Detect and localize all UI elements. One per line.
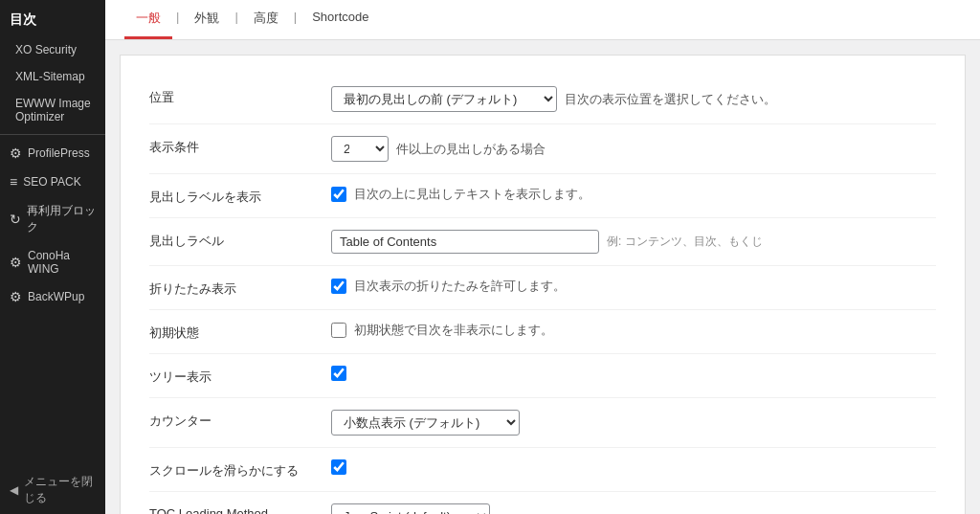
control-position: 最初の見出しの前 (デフォルト) 目次の表示位置を選択してください。: [331, 86, 936, 112]
sidebar-item-profilepress[interactable]: ⚙ ProfilePress: [0, 139, 105, 168]
sidebar-icon-profilepress: ⚙: [10, 145, 22, 161]
sidebar-item-backwpup[interactable]: ⚙ BackWPup: [0, 282, 105, 311]
helper-collapsible: 目次表示の折りたたみを許可します。: [354, 278, 566, 295]
tab-shortcode[interactable]: Shortcode: [301, 0, 380, 39]
sidebar-label-ewww: EWWW Image Optimizer: [15, 97, 96, 123]
sidebar-label-reuse-blocks: 再利用ブロック: [27, 203, 96, 235]
checkbox-collapsible[interactable]: [331, 279, 346, 294]
sidebar-item-reuse-blocks[interactable]: ↻ 再利用ブロック: [0, 196, 105, 242]
control-show-heading: 目次の上に見出しテキストを表示します。: [331, 186, 936, 203]
sidebar-label-seopack: SEO PACK: [23, 175, 80, 189]
sidebar-label-xo-security: XO Security: [15, 43, 77, 56]
label-toc-loading: TOC Loading Method: [149, 503, 312, 514]
sidebar-icon-seopack: ≡: [10, 174, 17, 190]
tab-bar: 一般 | 外観 | 高度 | Shortcode: [105, 0, 980, 40]
close-icon: ◀: [10, 483, 18, 497]
tab-sep-2: |: [231, 0, 241, 39]
control-initial-state: 初期状態で目次を非表示にします。: [331, 322, 936, 339]
sidebar-close-label: メニューを閉じる: [24, 474, 96, 506]
sidebar-item-seopack[interactable]: ≡ SEO PACK: [0, 168, 105, 196]
sidebar-divider-1: [0, 134, 105, 135]
setting-row-show-heading: 見出しラベルを表示 目次の上に見出しテキストを表示します。: [149, 174, 936, 218]
helper-initial-state: 初期状態で目次を非表示にします。: [354, 322, 553, 339]
setting-row-counter: カウンター 小数点表示 (デフォルト): [149, 398, 936, 448]
setting-row-display-condition: 表示条件 2 件以上の見出しがある場合: [149, 124, 936, 174]
setting-row-position: 位置 最初の見出しの前 (デフォルト) 目次の表示位置を選択してください。: [149, 75, 936, 124]
select-toc-loading[interactable]: JavaScript (default): [331, 503, 490, 514]
helper-position: 目次の表示位置を選択してください。: [565, 91, 776, 108]
sidebar-label-backwpup: BackWPup: [28, 290, 84, 303]
label-display-condition: 表示条件: [149, 136, 312, 156]
tab-general[interactable]: 一般: [124, 0, 172, 39]
label-tree-view: ツリー表示: [149, 366, 312, 386]
sidebar-label-profilepress: ProfilePress: [28, 146, 90, 160]
sidebar-label-conoha: ConoHa WING: [28, 249, 96, 276]
setting-row-smooth-scroll: スクロールを滑らかにする: [149, 448, 936, 492]
control-heading-label: 例: コンテンツ、目次、もくじ: [331, 230, 936, 254]
tab-sep-3: |: [290, 0, 301, 39]
setting-row-initial-state: 初期状態 初期状態で目次を非表示にします。: [149, 310, 936, 354]
sidebar-title: 目次: [0, 0, 105, 36]
main-content: 一般 | 外観 | 高度 | Shortcode 位置 最初の見出しの前 (デフ…: [105, 0, 980, 514]
select-counter[interactable]: 小数点表示 (デフォルト): [331, 410, 520, 436]
sidebar-icon-reuse-blocks: ↻: [10, 212, 21, 227]
label-heading-label: 見出しラベル: [149, 230, 312, 250]
tab-advanced[interactable]: 高度: [242, 0, 290, 39]
label-show-heading: 見出しラベルを表示: [149, 186, 312, 206]
input-heading-label[interactable]: [331, 230, 599, 254]
label-smooth-scroll: スクロールを滑らかにする: [149, 459, 312, 480]
setting-row-collapsible: 折りたたみ表示 目次表示の折りたたみを許可します。: [149, 266, 936, 310]
setting-row-heading-label: 見出しラベル 例: コンテンツ、目次、もくじ: [149, 218, 936, 266]
sidebar-close-button[interactable]: ◀ メニューを閉じる: [0, 466, 105, 514]
checkbox-initial-state[interactable]: [331, 323, 346, 338]
select-position[interactable]: 最初の見出しの前 (デフォルト): [331, 86, 557, 112]
tab-appearance[interactable]: 外観: [183, 0, 231, 39]
tab-sep-1: |: [172, 0, 183, 39]
label-position: 位置: [149, 86, 312, 106]
checkbox-tree-view[interactable]: [331, 366, 346, 381]
setting-row-tree-view: ツリー表示: [149, 354, 936, 398]
control-display-condition: 2 件以上の見出しがある場合: [331, 136, 936, 162]
label-counter: カウンター: [149, 410, 312, 430]
helper-show-heading: 目次の上に見出しテキストを表示します。: [354, 186, 590, 203]
checkbox-smooth-scroll[interactable]: [331, 459, 346, 475]
sidebar-icon-backwpup: ⚙: [10, 289, 22, 304]
sidebar-item-ewww[interactable]: EWWW Image Optimizer: [0, 90, 105, 130]
sidebar-label-xml-sitemap: XML-Sitemap: [15, 70, 85, 83]
example-heading-label: 例: コンテンツ、目次、もくじ: [607, 234, 763, 250]
sidebar: 目次 XO Security XML-Sitemap EWWW Image Op…: [0, 0, 105, 514]
label-initial-state: 初期状態: [149, 322, 312, 342]
control-counter: 小数点表示 (デフォルト): [331, 410, 936, 436]
sidebar-icon-conoha: ⚙: [10, 255, 22, 270]
label-collapsible: 折りたたみ表示: [149, 278, 312, 298]
control-collapsible: 目次表示の折りたたみを許可します。: [331, 278, 936, 295]
select-count[interactable]: 2: [331, 136, 389, 162]
control-toc-loading: JavaScript (default): [331, 503, 936, 514]
setting-row-toc-loading: TOC Loading Method JavaScript (default): [149, 492, 936, 514]
control-smooth-scroll: [331, 459, 936, 475]
sidebar-item-xml-sitemap[interactable]: XML-Sitemap: [0, 63, 105, 90]
sidebar-item-conoha[interactable]: ⚙ ConoHa WING: [0, 242, 105, 282]
settings-area: 位置 最初の見出しの前 (デフォルト) 目次の表示位置を選択してください。 表示…: [120, 55, 966, 514]
helper-display-condition: 件以上の見出しがある場合: [396, 141, 546, 158]
checkbox-show-heading[interactable]: [331, 187, 346, 202]
control-tree-view: [331, 366, 936, 381]
sidebar-item-xo-security[interactable]: XO Security: [0, 36, 105, 63]
